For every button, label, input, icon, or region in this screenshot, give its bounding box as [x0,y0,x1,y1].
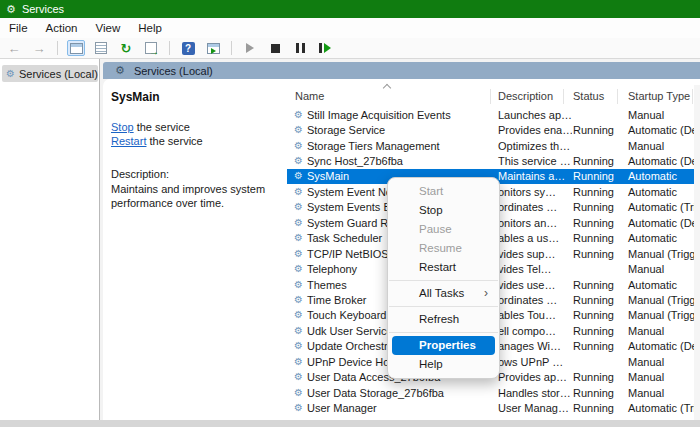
service-gear-icon: ⚙ [294,280,303,290]
service-description: Maintains a… [497,170,572,182]
stop-service-button[interactable] [266,40,284,56]
column-divider[interactable] [617,89,618,104]
service-description: Provides ena… [497,124,572,136]
panel-header: ⚙ Services (Local) [103,62,700,79]
service-gear-icon: ⚙ [6,69,15,79]
column-header-name[interactable]: Name [287,90,497,105]
stop-service-line: Stop the service [111,121,190,133]
service-startup-type: Manual [627,371,700,383]
forward-button[interactable]: → [30,40,48,56]
service-gear-icon: ⚙ [294,187,303,197]
context-menu-item-stop[interactable]: Stop [388,201,499,220]
table-row[interactable]: ⚙User Data Storage_27b6fbaHandles stor…R… [287,385,700,400]
service-description: ell compo… [497,325,572,337]
column-divider[interactable] [490,89,491,104]
service-gear-icon: ⚙ [294,141,303,151]
service-gear-icon: ⚙ [294,110,303,120]
table-row[interactable]: ⚙Sync Host_27b6fbaThis service …RunningA… [287,153,700,168]
column-divider[interactable] [692,89,693,104]
context-menu-item-properties[interactable]: Properties [392,336,495,355]
service-description: Launches ap… [497,109,572,121]
pause-service-button[interactable] [291,40,309,56]
service-description: ables a us… [497,232,572,244]
service-status: Running [572,232,627,244]
context-menu-item-pause[interactable]: Pause [388,220,499,239]
context-menu: StartStopPauseResumeRestartAll Tasks›Ref… [387,177,500,379]
help-button[interactable]: ? [179,40,197,56]
show-console-tree-button[interactable] [67,40,85,56]
service-gear-icon: ⚙ [294,388,303,398]
tree-item-services-local[interactable]: ⚙ Services (Local) [2,65,98,82]
menu-item-label: Properties [419,339,476,351]
service-startup-type: Automatic (De… [627,155,700,167]
service-description: vides Tel… [497,263,572,275]
service-startup-type: Automatic (De… [627,217,700,229]
service-gear-icon: ⚙ [294,233,303,243]
context-menu-item-start[interactable]: Start [388,182,499,201]
service-status: Running [572,201,627,213]
service-startup-type: Automatic [627,186,700,198]
table-row[interactable]: ⚙User ManagerUser Manag…RunningAutomatic… [287,400,700,415]
refresh-icon: ↻ [121,42,132,55]
service-name: Telephony [307,263,357,275]
start-service-button[interactable] [241,40,259,56]
column-header-status[interactable]: Status [572,90,627,105]
export-list-button[interactable] [142,40,160,56]
service-gear-icon: ⚙ [294,202,303,212]
table-row[interactable]: ⚙Still Image Acquisition EventsLaunches … [287,107,700,122]
service-gear-icon: ⚙ [294,171,303,181]
context-menu-item-help[interactable]: Help [388,355,499,374]
back-button[interactable]: ← [5,40,23,56]
menu-view[interactable]: View [87,20,130,36]
restart-service-link[interactable]: Restart [111,135,146,147]
properties-button[interactable] [92,40,110,56]
table-row[interactable]: ⚙Storage ServiceProvides ena…RunningAuto… [287,122,700,137]
service-name: Storage Service [307,124,385,136]
service-name: Touch Keyboard a [307,309,396,321]
context-menu-item-resume[interactable]: Resume [388,239,499,258]
window-bottom-edge [0,420,700,427]
service-description: Provides ap… [497,371,572,383]
service-status: Running [572,155,627,167]
column-header-startup-type[interactable]: Startup Type [627,90,700,105]
service-gear-icon: ⚙ [294,295,303,305]
context-menu-item-refresh[interactable]: Refresh [388,310,499,329]
service-status: Running [572,217,627,229]
service-status: Running [572,124,627,136]
properties-icon [95,42,107,54]
vertical-scrollbar[interactable] [694,85,700,420]
list-header: Name Description Status Startup Type [287,90,700,105]
column-divider[interactable] [563,89,564,104]
menu-action[interactable]: Action [37,20,87,36]
service-description: Handles stor… [497,387,572,399]
service-description: anages Wi… [497,340,572,352]
forward-arrow-icon: → [33,42,46,55]
service-startup-type: Automatic [627,170,700,182]
column-header-description[interactable]: Description [497,90,572,105]
table-row[interactable]: ⚙Storage Tiers ManagementOptimizes th…Ma… [287,138,700,153]
service-gear-icon: ⚙ [294,125,303,135]
menu-help[interactable]: Help [129,20,171,36]
stop-service-link[interactable]: Stop [111,121,134,133]
restart-service-button[interactable] [316,40,334,56]
menu-item-label: Restart [419,261,456,273]
service-gear-icon: ⚙ [294,372,303,382]
service-description: This service … [497,155,572,167]
service-startup-type: Automatic (Tri… [627,201,700,213]
service-description: onitors an… [497,217,572,229]
service-startup-type: Manual [627,325,700,337]
menu-item-label: Pause [419,223,452,235]
service-description: ows UPnP … [497,356,572,368]
menu-separator [389,280,498,281]
menu-file[interactable]: File [0,20,37,36]
service-startup-type: Manual [627,109,700,121]
submenu-arrow-icon: › [484,284,488,303]
service-status: Running [572,248,627,260]
context-menu-item-restart[interactable]: Restart [388,258,499,277]
restart-service-text: the service [146,135,202,147]
extended-view-button[interactable] [204,40,222,56]
back-arrow-icon: ← [8,42,21,55]
context-menu-item-all-tasks[interactable]: All Tasks› [388,284,499,303]
refresh-button[interactable]: ↻ [117,40,135,56]
description-label: Description: [111,168,169,180]
